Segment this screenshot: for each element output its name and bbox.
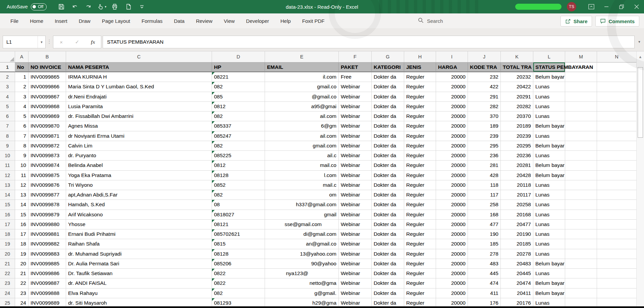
- cell-M11[interactable]: [565, 161, 597, 170]
- cell-J17[interactable]: 477: [468, 220, 501, 229]
- cell-L13[interactable]: Lunas: [533, 180, 565, 190]
- cell-K21[interactable]: 20483: [501, 259, 533, 269]
- cell-L3[interactable]: Lunas: [533, 82, 565, 92]
- cell-M23[interactable]: [565, 278, 597, 288]
- header-cell-D1[interactable]: HP: [212, 62, 265, 72]
- cell-E18[interactable]: di@gmail.com: [265, 229, 339, 239]
- cell-A13[interactable]: 12: [15, 180, 29, 190]
- cell-C19[interactable]: Raihan Shafa: [66, 239, 212, 249]
- cell-B6[interactable]: INV0099869: [29, 112, 66, 121]
- cell-I14[interactable]: 20000: [436, 190, 468, 200]
- cell-E11[interactable]: mail.co: [265, 161, 339, 170]
- cell-C3[interactable]: Maria Sinta D Y Lumban Gaol, S.Ked: [66, 82, 212, 92]
- cell-L14[interactable]: Lunas: [533, 190, 565, 200]
- cell-G18[interactable]: Dokter da: [372, 229, 404, 239]
- cell-M12[interactable]: [565, 171, 597, 180]
- column-letter-F[interactable]: F: [339, 51, 372, 62]
- cell-N18[interactable]: [597, 229, 637, 239]
- cell-M18[interactable]: [565, 229, 597, 239]
- row-number-8[interactable]: 8: [0, 131, 15, 141]
- cell-H14[interactable]: Reguler: [404, 190, 436, 200]
- cell-I12[interactable]: 20000: [436, 171, 468, 180]
- cell-N8[interactable]: [597, 131, 637, 141]
- cell-D7[interactable]: 085337: [212, 121, 265, 131]
- cell-J24[interactable]: 411: [468, 289, 501, 298]
- cell-K6[interactable]: 20370: [501, 112, 533, 121]
- cell-I6[interactable]: 20000: [436, 112, 468, 121]
- column-letter-M[interactable]: M: [565, 51, 597, 62]
- tab-data[interactable]: Data: [168, 18, 190, 24]
- cell-G15[interactable]: Dokter da: [372, 200, 404, 210]
- cell-C17[interactable]: Yhosse: [66, 220, 212, 229]
- cell-B18[interactable]: INV0099881: [29, 229, 66, 239]
- cell-J18[interactable]: 190: [468, 229, 501, 239]
- cell-D19[interactable]: 0815: [212, 239, 265, 249]
- cell-F3[interactable]: Webinar: [339, 82, 372, 92]
- tab-draw[interactable]: Draw: [73, 18, 96, 24]
- cell-K5[interactable]: 20282: [501, 102, 533, 112]
- cell-M13[interactable]: [565, 180, 597, 190]
- cell-E19[interactable]: an@gmail.co: [265, 239, 339, 249]
- cell-I19[interactable]: 20000: [436, 239, 468, 249]
- scroll-up-icon[interactable]: ▲: [637, 51, 644, 62]
- cell-N23[interactable]: [597, 278, 637, 288]
- cell-I9[interactable]: 20000: [436, 141, 468, 151]
- cell-J10[interactable]: 236: [468, 151, 501, 161]
- cell-D10[interactable]: 085225: [212, 151, 265, 161]
- cell-K4[interactable]: 20291: [501, 92, 533, 102]
- cell-J2[interactable]: 232: [468, 72, 501, 82]
- search-box[interactable]: Search: [418, 13, 443, 28]
- cell-D4[interactable]: 085: [212, 92, 265, 102]
- cell-B7[interactable]: INV0099870: [29, 121, 66, 131]
- cell-H8[interactable]: Reguler: [404, 131, 436, 141]
- cell-D23[interactable]: 0822: [212, 278, 265, 288]
- cell-F24[interactable]: Webinar: [339, 289, 372, 298]
- touch-mouse-mode-button[interactable]: ▾: [95, 0, 108, 13]
- cell-E9[interactable]: gmail.com: [265, 141, 339, 151]
- cell-I10[interactable]: 20000: [436, 151, 468, 161]
- cell-L20[interactable]: Lunas: [533, 249, 565, 259]
- cell-H19[interactable]: Reguler: [404, 239, 436, 249]
- cell-N9[interactable]: [597, 141, 637, 151]
- cell-G13[interactable]: Dokter da: [372, 180, 404, 190]
- cell-B9[interactable]: INV0099872: [29, 141, 66, 151]
- cell-G9[interactable]: Dokter da: [372, 141, 404, 151]
- cell-I3[interactable]: 20000: [436, 82, 468, 92]
- cell-K10[interactable]: 20236: [501, 151, 533, 161]
- cell-K18[interactable]: 20190: [501, 229, 533, 239]
- row-number-22[interactable]: 22: [0, 269, 15, 278]
- row-number-2[interactable]: 2: [0, 72, 15, 82]
- cell-H16[interactable]: Reguler: [404, 210, 436, 220]
- expand-formula-bar-icon[interactable]: ▾: [636, 36, 643, 48]
- tab-help[interactable]: Help: [275, 18, 297, 24]
- scrollbar-thumb[interactable]: [638, 67, 643, 138]
- cell-C18[interactable]: Ernani Budi Prihatmi: [66, 229, 212, 239]
- header-cell-I1[interactable]: HARGA: [436, 62, 468, 72]
- avatar[interactable]: TS: [567, 2, 576, 11]
- cell-H17[interactable]: Reguler: [404, 220, 436, 229]
- cell-F9[interactable]: Webinar: [339, 141, 372, 151]
- cell-A6[interactable]: 5: [15, 112, 29, 121]
- new-document-button[interactable]: [122, 0, 135, 13]
- row-number-4[interactable]: 4: [0, 92, 15, 102]
- cell-G21[interactable]: Dokter da: [372, 259, 404, 269]
- cell-J23[interactable]: 474: [468, 278, 501, 288]
- cell-G14[interactable]: Dokter da: [372, 190, 404, 200]
- cell-I13[interactable]: 20000: [436, 180, 468, 190]
- cell-J8[interactable]: 239: [468, 131, 501, 141]
- cell-C21[interactable]: Dr. Aulia Permata Sari: [66, 259, 212, 269]
- cell-B15[interactable]: INV0099878: [29, 200, 66, 210]
- cell-D15[interactable]: 08: [212, 200, 265, 210]
- cell-E15[interactable]: h337@gmail.com: [265, 200, 339, 210]
- column-letter-J[interactable]: J: [468, 51, 501, 62]
- cell-I4[interactable]: 20000: [436, 92, 468, 102]
- cell-D11[interactable]: 0812: [212, 161, 265, 170]
- cell-E24[interactable]: g@gmail.: [265, 289, 339, 298]
- cell-L15[interactable]: Lunas: [533, 200, 565, 210]
- cell-A21[interactable]: 20: [15, 259, 29, 269]
- cell-K16[interactable]: 20168: [501, 210, 533, 220]
- print-preview-button[interactable]: [108, 0, 122, 13]
- cell-K19[interactable]: 20185: [501, 239, 533, 249]
- cell-M4[interactable]: [565, 92, 597, 102]
- row-number-15[interactable]: 15: [0, 200, 15, 210]
